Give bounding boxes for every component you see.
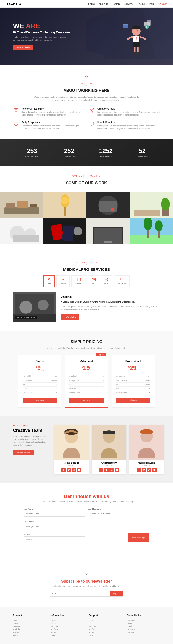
footer-link[interactable]: Home [89, 619, 122, 622]
pricing-starter-cta[interactable]: Join Now [23, 398, 57, 403]
svg-rect-73 [106, 280, 108, 281]
footer-link[interactable]: Portfolio [51, 628, 84, 631]
portfolio-item[interactable] [130, 218, 173, 244]
email-input[interactable] [24, 524, 85, 529]
footer-link[interactable]: Services [51, 625, 84, 628]
svg-rect-28 [17, 108, 18, 110]
footer-link[interactable]: Portfolio [13, 628, 47, 631]
contact-desc: Far far away there's a land as far as th… [17, 500, 156, 503]
portfolio-item[interactable] [43, 218, 87, 244]
pricing-feature: Bandwidth1 GB [116, 374, 150, 378]
social-twitter[interactable] [67, 468, 71, 472]
services-section: GET WELL SOON MEDICALPRO SERVICES USER D… [0, 253, 173, 331]
footer-link[interactable]: Team [13, 634, 47, 637]
team-card-role: Director [56, 464, 87, 466]
service-tab-security[interactable]: SECURITY [114, 276, 129, 287]
name-label: Your Name [24, 508, 85, 510]
message-input[interactable] [88, 511, 149, 530]
feature-webidea-title: Great Web Idea [97, 107, 160, 110]
footer-link[interactable]: Team [89, 634, 122, 637]
feature-responsive-content: Fully Responsive Lorem ipsum dolor sit a… [22, 121, 84, 130]
newsletter-desc: subscribe to our lorem ipsum, subscribe … [13, 585, 160, 587]
subject-input[interactable] [24, 536, 85, 542]
pricing-professional-cta[interactable]: Join Now [116, 398, 150, 403]
stat-work: 253 Work Completed [25, 148, 39, 158]
nav-about[interactable]: About us [99, 2, 108, 5]
portfolio-item[interactable] [0, 218, 43, 244]
pricing-feature: Unique Visits✓ [116, 391, 150, 395]
footer-link[interactable]: Twitter [126, 622, 160, 625]
service-tab-user[interactable]: USER [44, 276, 55, 287]
nav-home[interactable]: Home [88, 2, 94, 5]
service-tab-print[interactable]: PRINT [101, 276, 112, 287]
portfolio-item[interactable] [43, 192, 87, 218]
feature-health-title: Health Benefits [97, 121, 160, 124]
footer-link[interactable]: Instagram [126, 628, 160, 631]
svg-rect-57 [62, 225, 74, 241]
form-submit-group: Send Message [88, 534, 149, 542]
team-cta-button[interactable]: View All Service [13, 450, 34, 455]
contact-send-button[interactable]: Send Message [128, 534, 149, 542]
footer-link[interactable]: YouTube [126, 631, 160, 634]
footer-link[interactable]: About [89, 622, 122, 625]
social-facebook[interactable] [137, 468, 141, 472]
pricing-advanced-cta[interactable]: Join Now [69, 398, 104, 403]
footer-link[interactable]: LinkedIn [126, 625, 160, 628]
service-tab-design[interactable]: DESIGN [56, 276, 70, 287]
footer-link[interactable]: Pricing [13, 631, 47, 634]
nav-pricing[interactable]: Pricing [137, 2, 145, 5]
social-youtube[interactable] [152, 468, 156, 472]
svg-rect-54 [13, 236, 39, 242]
footer-link[interactable]: Pricing [89, 631, 122, 634]
svg-rect-4 [134, 46, 135, 53]
footer-link[interactable]: Home [13, 619, 47, 622]
hero-cta-button[interactable]: Show About Us [13, 45, 33, 50]
social-facebook[interactable] [99, 468, 103, 472]
footer-link[interactable]: Team [51, 634, 84, 637]
newsletter-signup-button[interactable]: Sign Up [110, 591, 123, 596]
pricing-feature: Unique Visits✓ [69, 391, 104, 395]
service-tab-mail[interactable]: MAIL [89, 276, 99, 287]
svg-point-17 [135, 31, 136, 32]
portfolio-item[interactable] [87, 218, 130, 244]
service-image: TECHTIQ SERVICES [13, 292, 56, 322]
footer-col-information: Information Home About Services Portfoli… [51, 614, 84, 637]
service-active-title: USERS [61, 295, 160, 298]
social-twitter[interactable] [104, 468, 109, 472]
service-read-more-button[interactable]: READ MORE [61, 314, 79, 320]
nav-services[interactable]: Services [124, 2, 133, 5]
footer-link[interactable]: About [51, 622, 84, 625]
social-youtube[interactable] [115, 468, 119, 472]
footer-link[interactable]: Services [89, 625, 122, 628]
footer-link[interactable]: Facebook [126, 619, 160, 622]
service-tab-database[interactable]: DATABASE [71, 276, 87, 287]
svg-rect-86 [102, 431, 115, 434]
social-youtube[interactable] [77, 468, 81, 472]
contact-section: Get in touch with us Far far away there'… [0, 483, 173, 553]
social-twitter[interactable] [142, 468, 146, 472]
portfolio-item[interactable] [87, 192, 130, 218]
social-linkedin[interactable] [72, 468, 76, 472]
nav-portfolio[interactable]: Portfolio [112, 2, 120, 5]
svg-text:!: ! [146, 26, 147, 28]
footer-bottom: © Copyright 2023 Web Design All Rights R… [13, 641, 160, 644]
footer-link[interactable]: About [13, 622, 47, 625]
social-linkedin[interactable] [109, 468, 114, 472]
feature-responsive-title: Fully Responsive [22, 121, 84, 124]
social-facebook[interactable] [61, 468, 66, 472]
footer-link[interactable]: Services [13, 625, 47, 628]
newsletter-email-input[interactable] [50, 591, 110, 596]
social-linkedin[interactable] [147, 468, 151, 472]
pricing-advanced: Popular Advanced $19... Bandwidth1 GB Co… [65, 355, 108, 408]
team-card-photo [92, 425, 126, 460]
footer-link[interactable]: Home [51, 619, 84, 622]
nav-contact[interactable]: Contact [158, 2, 166, 5]
team-card-name: Angie Hernandez [131, 462, 162, 464]
footer-link[interactable]: Pricing [51, 631, 84, 634]
nav-team[interactable]: Team [148, 2, 154, 5]
portfolio-item[interactable] [130, 192, 173, 218]
name-input[interactable] [24, 511, 85, 516]
pricing-feature: Compromiso500 MB [23, 378, 57, 382]
footer-link[interactable]: Portfolio [89, 628, 122, 631]
portfolio-item[interactable] [0, 192, 43, 218]
